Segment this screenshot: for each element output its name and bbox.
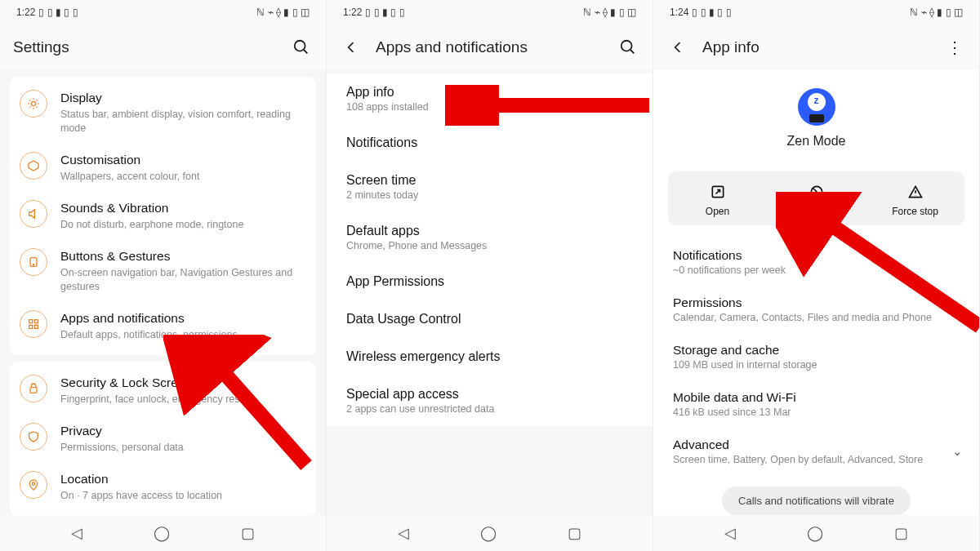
settings-item-location[interactable]: LocationOn · 7 apps have access to locat… xyxy=(10,463,316,511)
nav-back-icon[interactable]: ◁ xyxy=(71,524,82,542)
nav-bar: ◁ ◯ ▢ xyxy=(327,515,653,551)
list-item-wireless-alerts[interactable]: Wireless emergency alerts xyxy=(327,338,653,375)
settings-item-customisation[interactable]: CustomisationWallpapers, accent colour, … xyxy=(10,144,316,192)
list-item-default-apps[interactable]: Default apps Chrome, Phone and Messages xyxy=(327,212,653,263)
screen-apps-notifications: 1:22▯ ▯ ▮ ▯ ▯ ℕ ⌁ ⟠ ▮ ▯ ◫ Apps and notif… xyxy=(327,0,653,551)
disable-button[interactable]: Disable xyxy=(767,171,866,225)
svg-point-9 xyxy=(32,482,34,485)
info-permissions[interactable]: Permissions Calendar, Camera, Contacts, … xyxy=(653,286,979,333)
apps-icon xyxy=(20,310,47,338)
status-left-icons: ▯ ▯ ▮ ▯ ▯ xyxy=(38,7,78,18)
svg-rect-7 xyxy=(34,325,38,328)
list-item-app-permissions[interactable]: App Permissions xyxy=(327,263,653,300)
action-bar: Open Disable Force stop xyxy=(668,171,964,225)
settings-item-display[interactable]: DisplayStatus bar, ambient display, visi… xyxy=(10,82,316,144)
disable-icon xyxy=(770,183,862,201)
nav-recent-icon[interactable]: ▢ xyxy=(568,524,581,542)
nav-home-icon[interactable]: ◯ xyxy=(807,524,823,542)
back-icon[interactable] xyxy=(340,36,363,59)
nav-bar: ◁ ◯ ▢ xyxy=(653,515,979,551)
warning-icon xyxy=(869,183,961,201)
nav-home-icon[interactable]: ◯ xyxy=(480,524,497,542)
clock: 1:22 xyxy=(16,7,35,18)
status-right-icons: ℕ ⌁ ⟠ ▮ ▯ ◫ xyxy=(256,7,310,18)
svg-rect-8 xyxy=(30,387,37,393)
list-item-notifications[interactable]: Notifications xyxy=(327,124,653,162)
screen-settings: 1:22 ▯ ▯ ▮ ▯ ▯ ℕ ⌁ ⟠ ▮ ▯ ◫ Settings Disp… xyxy=(0,0,327,551)
page-title: Apps and notifications xyxy=(376,38,604,56)
search-icon[interactable] xyxy=(290,36,313,59)
back-icon[interactable] xyxy=(666,36,689,59)
settings-card-1: DisplayStatus bar, ambient display, visi… xyxy=(10,77,316,355)
page-title: App info xyxy=(702,38,930,56)
clock: 1:24 xyxy=(670,7,688,18)
settings-item-sounds[interactable]: Sounds & VibrationDo not disturb, earpho… xyxy=(10,192,316,240)
status-bar: 1:24▯ ▯ ▮ ▯ ▯ ℕ ⌁ ⟠ ▮ ▯ ◫ xyxy=(653,0,979,24)
header: Apps and notifications xyxy=(327,24,653,70)
security-icon xyxy=(20,375,47,402)
list-item-data-usage[interactable]: Data Usage Control xyxy=(327,300,653,338)
nav-recent-icon[interactable]: ▢ xyxy=(894,524,908,542)
status-bar: 1:22▯ ▯ ▮ ▯ ▯ ℕ ⌁ ⟠ ▮ ▯ ◫ xyxy=(327,0,653,24)
svg-point-11 xyxy=(621,41,632,51)
app-info-content: Zen Mode Open Disable Force stop Notific… xyxy=(653,70,979,515)
svg-rect-5 xyxy=(34,319,38,322)
settings-item-security[interactable]: Security & Lock ScreenFingerprint, face … xyxy=(10,367,316,415)
svg-point-3 xyxy=(33,264,33,265)
list-item-app-info[interactable]: App info 108 apps installed xyxy=(327,73,653,124)
settings-sub: Status bar, ambient display, vision comf… xyxy=(60,108,303,136)
settings-item-privacy[interactable]: PrivacyPermissions, personal data xyxy=(10,415,316,463)
more-icon[interactable]: ⋮ xyxy=(943,36,966,59)
nav-back-icon[interactable]: ◁ xyxy=(724,524,736,542)
status-bar: 1:22 ▯ ▯ ▮ ▯ ▯ ℕ ⌁ ⟠ ▮ ▯ ◫ xyxy=(0,0,326,24)
nav-back-icon[interactable]: ◁ xyxy=(398,524,409,542)
status-chip: Calls and notifications will vibrate xyxy=(722,487,911,515)
settings-item-apps[interactable]: Apps and notificationsDefault apps, noti… xyxy=(10,302,316,350)
header: Settings xyxy=(0,24,326,70)
location-icon xyxy=(20,471,47,499)
svg-rect-4 xyxy=(29,319,33,322)
clock: 1:22 xyxy=(343,7,362,18)
open-button[interactable]: Open xyxy=(668,171,767,225)
info-mobiledata[interactable]: Mobile data and Wi-Fi 416 kB used since … xyxy=(653,380,979,428)
page-title: Settings xyxy=(13,38,277,56)
open-icon xyxy=(671,183,764,201)
settings-label: Display xyxy=(60,90,303,106)
sounds-icon xyxy=(20,200,47,228)
chevron-down-icon: ⌄ xyxy=(952,444,963,459)
header: App info ⋮ xyxy=(653,24,979,70)
apps-list: App info 108 apps installed Notification… xyxy=(327,73,653,426)
settings-item-buttons[interactable]: Buttons & GesturesOn-screen navigation b… xyxy=(10,240,316,302)
nav-bar: ◁ ◯ ▢ xyxy=(0,515,326,551)
list-item-screen-time[interactable]: Screen time 2 minutes today xyxy=(327,162,653,212)
app-icon xyxy=(798,88,835,126)
screen-app-info: 1:24▯ ▯ ▮ ▯ ▯ ℕ ⌁ ⟠ ▮ ▯ ◫ App info ⋮ Zen… xyxy=(653,0,980,551)
display-icon xyxy=(20,90,47,118)
list-item-special-access[interactable]: Special app access 2 apps can use unrest… xyxy=(327,375,653,426)
nav-home-icon[interactable]: ◯ xyxy=(154,524,170,542)
info-notifications[interactable]: Notifications ~0 notifications per week xyxy=(653,238,979,286)
search-icon[interactable] xyxy=(617,36,639,59)
customisation-icon xyxy=(20,152,47,180)
svg-rect-6 xyxy=(29,325,33,328)
force-stop-button[interactable]: Force stop xyxy=(866,171,964,225)
privacy-icon xyxy=(20,423,47,451)
info-advanced[interactable]: Advanced Screen time, Battery, Open by d… xyxy=(653,428,979,475)
svg-point-1 xyxy=(31,101,35,105)
settings-card-2: Security & Lock ScreenFingerprint, face … xyxy=(10,362,316,516)
info-storage[interactable]: Storage and cache 109 MB used in interna… xyxy=(653,333,979,380)
app-name: Zen Mode xyxy=(653,134,979,149)
svg-point-0 xyxy=(295,41,305,51)
buttons-icon xyxy=(20,248,47,276)
nav-recent-icon[interactable]: ▢ xyxy=(241,524,255,542)
